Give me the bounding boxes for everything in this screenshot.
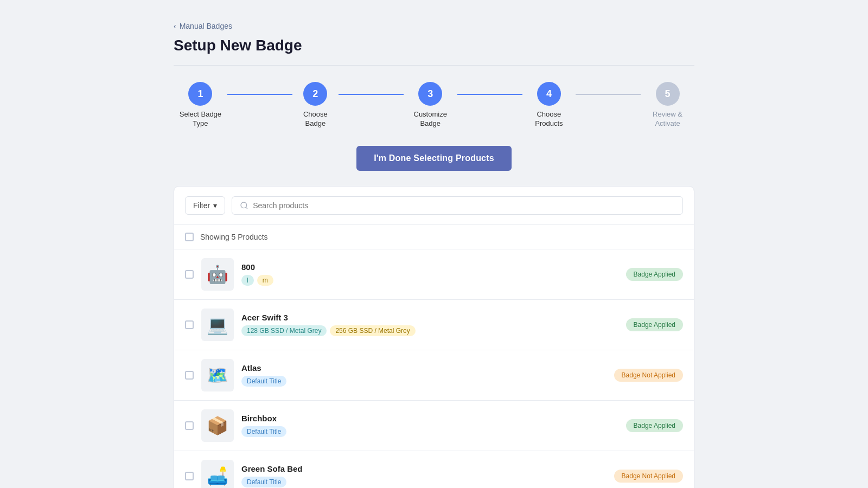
step-connector-4 xyxy=(576,94,641,95)
product-badge-status-0: Badge Applied xyxy=(626,268,683,281)
products-panel: Filter ▾ Showing 5 Products 🤖800lmBadge … xyxy=(174,186,694,488)
product-row: 🤖800lmBadge Applied xyxy=(174,249,694,300)
step-connector-2 xyxy=(339,94,404,95)
product-icon-0: 🤖 xyxy=(207,264,228,285)
step-2: 2Choose Badge xyxy=(292,82,339,129)
product-checkbox-1[interactable] xyxy=(185,320,194,329)
product-tags-4: Default Title xyxy=(241,477,607,487)
step-1: 1Select Badge Type xyxy=(174,82,227,129)
product-thumbnail-1: 💻 xyxy=(201,309,234,341)
product-icon-2: 🗺️ xyxy=(207,365,228,386)
product-badge-status-2: Badge Not Applied xyxy=(614,369,683,382)
product-icon-1: 💻 xyxy=(207,314,228,335)
step-connector-1 xyxy=(227,94,292,95)
step-label-1: Select Badge Type xyxy=(174,110,227,129)
product-name-1: Acer Swift 3 xyxy=(241,313,618,322)
step-3: 3Customize Badge xyxy=(404,82,457,129)
product-info-0: 800lm xyxy=(241,262,618,286)
product-icon-3: 📦 xyxy=(207,415,228,436)
step-circle-2: 2 xyxy=(303,82,327,106)
product-checkbox-0[interactable] xyxy=(185,270,194,279)
filter-bar: Filter ▾ xyxy=(174,187,694,225)
product-name-4: Green Sofa Bed xyxy=(241,464,607,473)
product-name-3: Birchbox xyxy=(241,414,618,423)
product-badge-status-4: Badge Not Applied xyxy=(614,470,683,483)
product-tag-4-0: Default Title xyxy=(241,477,286,487)
product-checkbox-3[interactable] xyxy=(185,421,194,430)
step-4: 4Choose Products xyxy=(522,82,576,129)
product-row: 📦BirchboxDefault TitleBadge Applied xyxy=(174,401,694,451)
product-tag-3-0: Default Title xyxy=(241,426,286,437)
stepper: 1Select Badge Type2Choose Badge3Customiz… xyxy=(174,82,694,129)
product-thumbnail-2: 🗺️ xyxy=(201,359,234,391)
product-badge-status-3: Badge Applied xyxy=(626,419,683,432)
product-info-1: Acer Swift 3128 GB SSD / Metal Grey256 G… xyxy=(241,313,618,336)
step-5: 5Review & Activate xyxy=(641,82,694,129)
product-tags-1: 128 GB SSD / Metal Grey256 GB SSD / Meta… xyxy=(241,325,618,336)
product-tag-0-0: l xyxy=(241,275,254,286)
step-circle-4: 4 xyxy=(537,82,561,106)
showing-row: Showing 5 Products xyxy=(174,225,694,249)
product-thumbnail-3: 📦 xyxy=(201,409,234,442)
product-tag-2-0: Default Title xyxy=(241,376,286,387)
product-row: 🗺️AtlasDefault TitleBadge Not Applied xyxy=(174,350,694,401)
step-label-5: Review & Activate xyxy=(641,110,694,129)
step-label-4: Choose Products xyxy=(522,110,576,129)
chevron-left-icon: ‹ xyxy=(174,22,176,30)
step-label-3: Customize Badge xyxy=(404,110,457,129)
step-label-2: Choose Badge xyxy=(292,110,339,129)
product-thumbnail-4: 🛋️ xyxy=(201,460,234,488)
product-tag-1-1: 256 GB SSD / Metal Grey xyxy=(330,325,415,336)
search-input[interactable] xyxy=(253,201,675,210)
page-title: Setup New Badge xyxy=(174,37,694,54)
product-thumbnail-0: 🤖 xyxy=(201,258,234,291)
chevron-down-icon: ▾ xyxy=(213,201,217,210)
product-checkbox-4[interactable] xyxy=(185,472,194,480)
product-badge-status-1: Badge Applied xyxy=(626,318,683,331)
product-tag-0-1: m xyxy=(257,275,273,286)
product-info-4: Green Sofa BedDefault Title xyxy=(241,464,607,487)
breadcrumb[interactable]: ‹ Manual Badges xyxy=(174,22,694,30)
product-tag-1-0: 128 GB SSD / Metal Grey xyxy=(241,325,327,336)
product-row: 🛋️Green Sofa BedDefault TitleBadge Not A… xyxy=(174,451,694,488)
search-container xyxy=(232,196,683,215)
step-circle-5: 5 xyxy=(656,82,680,106)
product-tags-2: Default Title xyxy=(241,376,607,387)
step-circle-1: 1 xyxy=(188,82,212,106)
product-info-2: AtlasDefault Title xyxy=(241,363,607,387)
step-circle-3: 3 xyxy=(418,82,442,106)
select-all-checkbox[interactable] xyxy=(185,233,194,241)
done-selecting-button[interactable]: I'm Done Selecting Products xyxy=(356,146,512,171)
svg-point-0 xyxy=(241,202,247,208)
showing-count: Showing 5 Products xyxy=(200,233,268,241)
search-icon xyxy=(240,201,248,210)
product-row: 💻Acer Swift 3128 GB SSD / Metal Grey256 … xyxy=(174,300,694,350)
step-connector-3 xyxy=(457,94,522,95)
product-tags-0: lm xyxy=(241,275,618,286)
product-icon-4: 🛋️ xyxy=(207,466,228,486)
breadcrumb-label: Manual Badges xyxy=(180,22,232,30)
filter-label: Filter xyxy=(193,201,210,210)
filter-button[interactable]: Filter ▾ xyxy=(185,196,225,215)
product-checkbox-2[interactable] xyxy=(185,371,194,380)
product-tags-3: Default Title xyxy=(241,426,618,437)
title-divider xyxy=(174,65,694,66)
product-name-0: 800 xyxy=(241,262,618,272)
product-name-2: Atlas xyxy=(241,363,607,373)
product-info-3: BirchboxDefault Title xyxy=(241,414,618,437)
done-button-container: I'm Done Selecting Products xyxy=(174,146,694,171)
products-list: 🤖800lmBadge Applied💻Acer Swift 3128 GB S… xyxy=(174,249,694,488)
svg-line-1 xyxy=(246,207,247,209)
